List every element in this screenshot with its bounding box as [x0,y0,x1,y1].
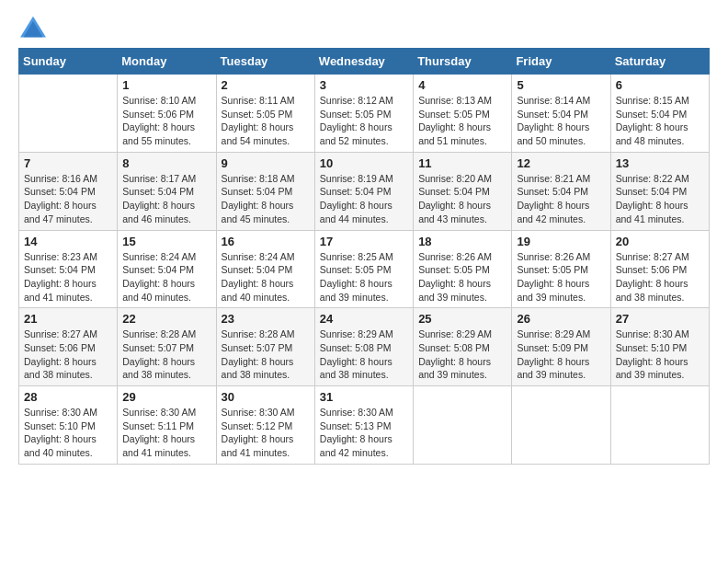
day-info: Sunrise: 8:30 AM Sunset: 5:10 PM Dayligh… [24,406,112,460]
calendar-cell: 26Sunrise: 8:29 AM Sunset: 5:09 PM Dayli… [512,308,610,386]
day-info: Sunrise: 8:10 AM Sunset: 5:06 PM Dayligh… [122,94,210,148]
day-number: 29 [122,390,210,404]
calendar-cell: 15Sunrise: 8:24 AM Sunset: 5:04 PM Dayli… [118,230,216,308]
calendar-cell: 16Sunrise: 8:24 AM Sunset: 5:04 PM Dayli… [216,230,314,308]
day-number: 14 [24,235,112,248]
day-number: 24 [320,312,408,326]
calendar-cell: 25Sunrise: 8:29 AM Sunset: 5:08 PM Dayli… [414,308,512,386]
weekday-header-row: SundayMondayTuesdayWednesdayThursdayFrid… [19,49,710,75]
day-info: Sunrise: 8:15 AM Sunset: 5:04 PM Dayligh… [616,94,704,148]
day-info: Sunrise: 8:11 AM Sunset: 5:05 PM Dayligh… [222,94,310,148]
day-number: 4 [418,78,506,92]
day-number: 27 [616,312,704,326]
day-number: 10 [320,156,408,170]
day-info: Sunrise: 8:20 AM Sunset: 5:04 PM Dayligh… [418,172,506,226]
weekday-header: Sunday [19,49,118,75]
calendar-cell: 31Sunrise: 8:30 AM Sunset: 5:13 PM Dayli… [314,386,413,465]
day-number: 2 [222,78,310,92]
day-number: 13 [616,156,704,170]
day-number: 15 [122,235,210,248]
day-info: Sunrise: 8:26 AM Sunset: 5:05 PM Dayligh… [418,250,506,304]
calendar-cell: 5Sunrise: 8:14 AM Sunset: 5:04 PM Daylig… [512,75,610,153]
calendar-week-row: 21Sunrise: 8:27 AM Sunset: 5:06 PM Dayli… [19,308,710,386]
calendar-cell: 20Sunrise: 8:27 AM Sunset: 5:06 PM Dayli… [610,230,709,308]
day-info: Sunrise: 8:28 AM Sunset: 5:07 PM Dayligh… [122,327,210,382]
day-number: 31 [320,390,408,404]
calendar-cell: 29Sunrise: 8:30 AM Sunset: 5:11 PM Dayli… [118,386,216,465]
day-number: 6 [616,78,704,92]
day-number: 30 [222,390,310,404]
calendar-cell [414,386,512,465]
day-info: Sunrise: 8:27 AM Sunset: 5:06 PM Dayligh… [616,250,704,304]
calendar-table: SundayMondayTuesdayWednesdayThursdayFrid… [18,48,710,465]
calendar-cell: 18Sunrise: 8:26 AM Sunset: 5:05 PM Dayli… [414,230,512,308]
calendar-cell [610,386,709,465]
weekday-header: Tuesday [216,49,314,75]
calendar-cell: 19Sunrise: 8:26 AM Sunset: 5:05 PM Dayli… [512,230,610,308]
day-number: 1 [122,78,210,92]
day-info: Sunrise: 8:19 AM Sunset: 5:04 PM Dayligh… [320,172,408,226]
calendar-cell: 28Sunrise: 8:30 AM Sunset: 5:10 PM Dayli… [19,386,118,465]
day-number: 21 [24,312,112,326]
weekday-header: Thursday [414,49,512,75]
day-info: Sunrise: 8:27 AM Sunset: 5:06 PM Dayligh… [24,327,112,382]
day-number: 16 [222,235,310,248]
day-info: Sunrise: 8:13 AM Sunset: 5:05 PM Dayligh… [418,94,506,148]
day-number: 5 [517,78,605,92]
day-number: 23 [222,312,310,326]
calendar-cell: 2Sunrise: 8:11 AM Sunset: 5:05 PM Daylig… [216,75,314,153]
day-info: Sunrise: 8:29 AM Sunset: 5:08 PM Dayligh… [320,327,408,382]
day-number: 7 [24,156,112,170]
day-info: Sunrise: 8:23 AM Sunset: 5:04 PM Dayligh… [24,250,112,304]
header [18,15,710,40]
day-info: Sunrise: 8:12 AM Sunset: 5:05 PM Dayligh… [320,94,408,148]
calendar-cell: 11Sunrise: 8:20 AM Sunset: 5:04 PM Dayli… [414,152,512,230]
day-number: 11 [418,156,506,170]
calendar-cell: 21Sunrise: 8:27 AM Sunset: 5:06 PM Dayli… [19,308,118,386]
day-info: Sunrise: 8:29 AM Sunset: 5:09 PM Dayligh… [517,327,605,382]
day-info: Sunrise: 8:18 AM Sunset: 5:04 PM Dayligh… [222,172,310,226]
calendar-cell: 30Sunrise: 8:30 AM Sunset: 5:12 PM Dayli… [216,386,314,465]
day-info: Sunrise: 8:16 AM Sunset: 5:04 PM Dayligh… [24,172,112,226]
day-number: 12 [517,156,605,170]
calendar-cell: 4Sunrise: 8:13 AM Sunset: 5:05 PM Daylig… [414,75,512,153]
day-number: 26 [517,312,605,326]
calendar-cell: 23Sunrise: 8:28 AM Sunset: 5:07 PM Dayli… [216,308,314,386]
day-info: Sunrise: 8:28 AM Sunset: 5:07 PM Dayligh… [222,327,310,382]
page-container: SundayMondayTuesdayWednesdayThursdayFrid… [0,0,728,563]
day-info: Sunrise: 8:24 AM Sunset: 5:04 PM Dayligh… [222,250,310,304]
weekday-header: Saturday [610,49,709,75]
day-number: 9 [222,156,310,170]
day-info: Sunrise: 8:30 AM Sunset: 5:13 PM Dayligh… [320,406,408,460]
day-info: Sunrise: 8:14 AM Sunset: 5:04 PM Dayligh… [517,94,605,148]
day-info: Sunrise: 8:29 AM Sunset: 5:08 PM Dayligh… [418,327,506,382]
calendar-cell: 12Sunrise: 8:21 AM Sunset: 5:04 PM Dayli… [512,152,610,230]
day-number: 19 [517,235,605,248]
day-info: Sunrise: 8:26 AM Sunset: 5:05 PM Dayligh… [517,250,605,304]
calendar-cell [512,386,610,465]
calendar-cell: 14Sunrise: 8:23 AM Sunset: 5:04 PM Dayli… [19,230,118,308]
calendar-cell: 3Sunrise: 8:12 AM Sunset: 5:05 PM Daylig… [314,75,413,153]
day-number: 17 [320,235,408,248]
calendar-week-row: 7Sunrise: 8:16 AM Sunset: 5:04 PM Daylig… [19,152,710,230]
day-number: 25 [418,312,506,326]
calendar-cell: 17Sunrise: 8:25 AM Sunset: 5:05 PM Dayli… [314,230,413,308]
calendar-cell: 27Sunrise: 8:30 AM Sunset: 5:10 PM Dayli… [610,308,709,386]
day-number: 8 [122,156,210,170]
calendar-cell: 8Sunrise: 8:17 AM Sunset: 5:04 PM Daylig… [118,152,216,230]
day-info: Sunrise: 8:22 AM Sunset: 5:04 PM Dayligh… [616,172,704,226]
calendar-cell: 6Sunrise: 8:15 AM Sunset: 5:04 PM Daylig… [610,75,709,153]
day-number: 22 [122,312,210,326]
day-info: Sunrise: 8:30 AM Sunset: 5:11 PM Dayligh… [122,406,210,460]
calendar-cell [19,75,118,153]
day-info: Sunrise: 8:30 AM Sunset: 5:12 PM Dayligh… [222,406,310,460]
calendar-week-row: 1Sunrise: 8:10 AM Sunset: 5:06 PM Daylig… [19,75,710,153]
day-info: Sunrise: 8:21 AM Sunset: 5:04 PM Dayligh… [517,172,605,226]
calendar-cell: 1Sunrise: 8:10 AM Sunset: 5:06 PM Daylig… [118,75,216,153]
calendar-cell: 10Sunrise: 8:19 AM Sunset: 5:04 PM Dayli… [314,152,413,230]
logo [18,15,51,40]
day-info: Sunrise: 8:30 AM Sunset: 5:10 PM Dayligh… [616,327,704,382]
weekday-header: Wednesday [314,49,413,75]
calendar-cell: 22Sunrise: 8:28 AM Sunset: 5:07 PM Dayli… [118,308,216,386]
weekday-header: Friday [512,49,610,75]
